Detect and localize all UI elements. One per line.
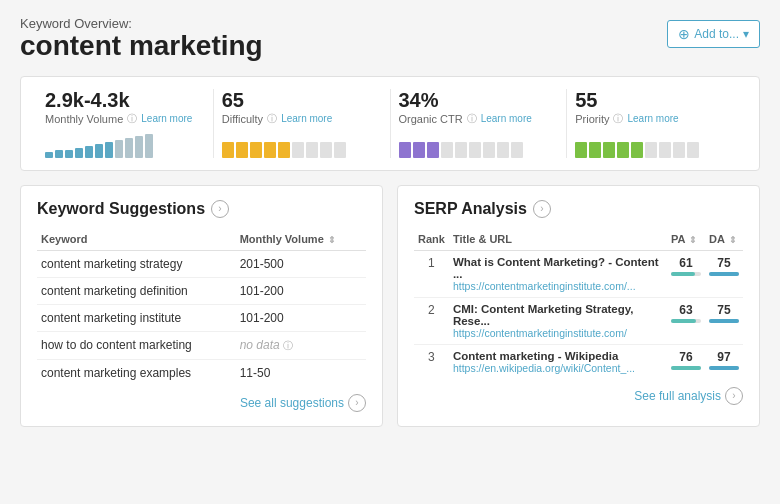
- serp-analysis-title: SERP Analysis: [414, 200, 527, 218]
- metrics-row: 2.9k-4.3k Monthly Volume ⓘ Learn more: [20, 76, 760, 171]
- kw-table-row: content marketing examples11-50: [37, 359, 366, 386]
- ctr-bar-6: [469, 142, 481, 158]
- pri-bar-8: [673, 142, 685, 158]
- keyword-suggestions-title: Keyword Suggestions: [37, 200, 205, 218]
- kw-cell-volume: 201-500: [236, 250, 366, 277]
- serp-col-title: Title & URL: [449, 228, 667, 251]
- see-all-arrow-icon: ›: [348, 394, 366, 412]
- pri-bar-6: [645, 142, 657, 158]
- vol-bar-3: [65, 150, 73, 158]
- keyword-suggestions-header: Keyword Suggestions ›: [37, 200, 366, 218]
- metric-label-ctr: Organic CTR: [399, 113, 463, 125]
- serp-cell-title: What is Content Marketing? - Content ...…: [449, 250, 667, 297]
- pri-bar-4: [617, 142, 629, 158]
- metric-value-ctr: 34%: [399, 89, 559, 112]
- serp-nav-icon[interactable]: ›: [533, 200, 551, 218]
- keyword-title: content marketing: [20, 31, 263, 62]
- serp-cell-pa: 61: [667, 250, 705, 297]
- metric-label-priority: Priority: [575, 113, 609, 125]
- see-full-analysis-link[interactable]: See full analysis ›: [414, 387, 743, 405]
- add-to-label: Add to...: [694, 27, 739, 41]
- serp-cell-da: 75: [705, 297, 743, 344]
- serp-col-da: DA ⇕: [705, 228, 743, 251]
- kw-cell-volume: no data ⓘ: [236, 331, 366, 359]
- serp-cell-title: CMI: Content Marketing Strategy, Rese...…: [449, 297, 667, 344]
- serp-cell-da: 97: [705, 344, 743, 379]
- plus-icon: ⊕: [678, 26, 690, 42]
- serp-cell-rank: 3: [414, 344, 449, 379]
- metric-organic-ctr: 34% Organic CTR ⓘ Learn more: [391, 89, 568, 158]
- diff-bar-1: [222, 142, 234, 158]
- serp-cell-pa: 76: [667, 344, 705, 379]
- learn-more-ctr[interactable]: Learn more: [481, 113, 532, 124]
- priority-bar-chart: [575, 130, 735, 158]
- kw-cell-keyword: content marketing examples: [37, 359, 236, 386]
- ctr-bar-5: [455, 142, 467, 158]
- keyword-suggestions-nav-icon[interactable]: ›: [211, 200, 229, 218]
- metric-priority: 55 Priority ⓘ Learn more: [567, 89, 743, 158]
- no-data-info-icon[interactable]: ⓘ: [283, 339, 293, 353]
- panels-row: Keyword Suggestions › Keyword Monthly Vo…: [20, 185, 760, 427]
- ctr-bar-7: [483, 142, 495, 158]
- metric-label-difficulty: Difficulty: [222, 113, 263, 125]
- serp-cell-da: 75: [705, 250, 743, 297]
- kw-table-row: content marketing definition101-200: [37, 277, 366, 304]
- sort-icon-volume[interactable]: ⇕: [328, 235, 336, 245]
- pri-bar-9: [687, 142, 699, 158]
- kw-cell-volume: 101-200: [236, 304, 366, 331]
- kw-cell-volume: 101-200: [236, 277, 366, 304]
- diff-bar-9: [334, 142, 346, 158]
- vol-bar-1: [45, 152, 53, 158]
- serp-cell-title: Content marketing - Wikipediahttps://en.…: [449, 344, 667, 379]
- kw-col-header-volume: Monthly Volume ⇕: [236, 228, 366, 251]
- metric-value-priority: 55: [575, 89, 735, 112]
- ctr-bar-1: [399, 142, 411, 158]
- pri-bar-5: [631, 142, 643, 158]
- see-all-suggestions-link[interactable]: See all suggestions ›: [37, 394, 366, 412]
- kw-cell-keyword: how to do content marketing: [37, 331, 236, 359]
- diff-bar-3: [250, 142, 262, 158]
- pri-bar-7: [659, 142, 671, 158]
- serp-cell-rank: 2: [414, 297, 449, 344]
- info-icon-volume[interactable]: ⓘ: [127, 112, 137, 126]
- serp-analysis-header: SERP Analysis ›: [414, 200, 743, 218]
- pri-bar-2: [589, 142, 601, 158]
- diff-bar-6: [292, 142, 304, 158]
- vol-bar-6: [95, 144, 103, 158]
- serp-table-row: 3Content marketing - Wikipediahttps://en…: [414, 344, 743, 379]
- metric-difficulty: 65 Difficulty ⓘ Learn more: [214, 89, 391, 158]
- ctr-bar-8: [497, 142, 509, 158]
- metric-label-volume: Monthly Volume: [45, 113, 123, 125]
- volume-bar-chart: [45, 130, 205, 158]
- pri-bar-3: [603, 142, 615, 158]
- diff-bar-7: [306, 142, 318, 158]
- vol-bar-8: [115, 140, 123, 158]
- info-icon-difficulty[interactable]: ⓘ: [267, 112, 277, 126]
- metric-value-volume: 2.9k-4.3k: [45, 89, 205, 112]
- kw-cell-keyword: content marketing definition: [37, 277, 236, 304]
- sort-icon-da[interactable]: ⇕: [729, 235, 737, 245]
- vol-bar-2: [55, 150, 63, 158]
- serp-analysis-panel: SERP Analysis › Rank Title & URL PA ⇕ DA: [397, 185, 760, 427]
- learn-more-volume[interactable]: Learn more: [141, 113, 192, 124]
- kw-cell-keyword: content marketing institute: [37, 304, 236, 331]
- learn-more-priority[interactable]: Learn more: [627, 113, 678, 124]
- add-to-button[interactable]: ⊕ Add to... ▾: [667, 20, 760, 48]
- sort-icon-pa[interactable]: ⇕: [689, 235, 697, 245]
- ctr-bar-chart: [399, 130, 559, 158]
- ctr-bar-4: [441, 142, 453, 158]
- ctr-bar-3: [427, 142, 439, 158]
- learn-more-difficulty[interactable]: Learn more: [281, 113, 332, 124]
- serp-table: Rank Title & URL PA ⇕ DA ⇕ 1What is Cont…: [414, 228, 743, 379]
- overview-label: Keyword Overview:: [20, 16, 263, 31]
- kw-cell-keyword: content marketing strategy: [37, 250, 236, 277]
- diff-bar-2: [236, 142, 248, 158]
- info-icon-priority[interactable]: ⓘ: [613, 112, 623, 126]
- serp-cell-pa: 63: [667, 297, 705, 344]
- serp-table-row: 1What is Content Marketing? - Content ..…: [414, 250, 743, 297]
- serp-col-pa: PA ⇕: [667, 228, 705, 251]
- info-icon-ctr[interactable]: ⓘ: [467, 112, 477, 126]
- keyword-table: Keyword Monthly Volume ⇕ content marketi…: [37, 228, 366, 386]
- vol-bar-4: [75, 148, 83, 158]
- diff-bar-8: [320, 142, 332, 158]
